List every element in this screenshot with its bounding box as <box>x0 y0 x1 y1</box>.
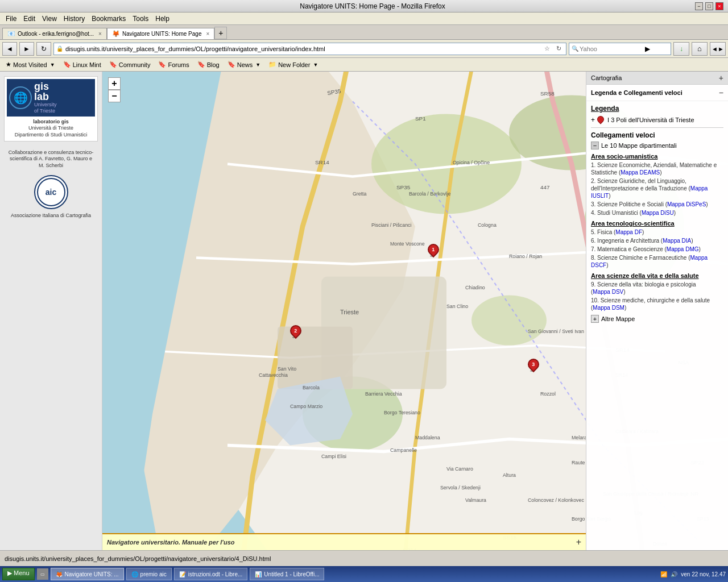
gislab-logo: 🌐 gis lab Universityof Trieste <box>7 79 95 117</box>
panel-body: Legenda + I 3 Poli dell'Università di Tr… <box>586 101 728 330</box>
area-vita-title[interactable]: Area scienze della vita e della salute <box>591 272 723 279</box>
link-iuslit[interactable]: Mappa IUSLIT <box>591 185 708 199</box>
item-dsm: 10. Scienze mediche, chirurgiche e della… <box>591 297 723 311</box>
show-desktop-button[interactable]: ▭ <box>37 568 48 580</box>
taskbar-item-istruzioni[interactable]: 📝 istruzioni.odt - Libre... <box>174 568 248 580</box>
bookmark-community[interactable]: 🔖 Community <box>106 60 154 69</box>
menu-tools[interactable]: Tools <box>129 14 152 24</box>
menu-history[interactable]: History <box>60 14 88 24</box>
taskbar-item-untitled[interactable]: 📊 Untitled 1 - LibreOffi... <box>250 568 324 580</box>
link-deams[interactable]: Mappa DEAMS <box>621 169 660 176</box>
refresh-addr[interactable]: ↻ <box>553 44 564 54</box>
tab-navigatore[interactable]: 🦊 Navigatore UNITS: Home Page × <box>107 28 214 39</box>
area-socio-title[interactable]: Area socio-umanistica <box>591 153 723 160</box>
maximize-button[interactable]: □ <box>705 2 713 10</box>
taskbar-icon-untitled: 📊 <box>255 571 262 577</box>
collapse-button[interactable]: − <box>719 88 723 97</box>
window-title: Navigatore UNITS: Home Page - Mozilla Fi… <box>50 2 695 10</box>
tray-volume-icon: 🔊 <box>671 571 677 577</box>
menu-bar: File Edit View History Bookmarks Tools H… <box>0 13 728 25</box>
menu-bookmarks[interactable]: Bookmarks <box>88 14 129 24</box>
item-dia: 6. Ingegneria e Architettura (Mappa DIA) <box>591 237 723 244</box>
tab-icon-navigatore: 🦊 <box>112 30 120 38</box>
bookmark-blog[interactable]: 🔖 Blog <box>194 60 223 69</box>
area-tecnologico-title[interactable]: Area tecnologico-scientifica <box>591 220 723 227</box>
svg-text:Barcola / Barkovlje: Barcola / Barkovlje <box>409 191 450 197</box>
link-dmg[interactable]: Mappa DMG <box>667 246 699 252</box>
bookmark-label-forums: Forums <box>168 61 189 68</box>
bottom-plus-button[interactable]: + <box>576 537 581 547</box>
altre-mappe-row[interactable]: + Altre Mappe <box>591 315 723 323</box>
tab-bar: 📧 Outlook - erika.ferrigno@hot... × 🦊 Na… <box>0 25 728 40</box>
altre-mappe-label: Altre Mappe <box>601 315 635 322</box>
menu-help[interactable]: Help <box>152 14 173 24</box>
legend-plus-icon: + <box>591 116 595 124</box>
minimize-button[interactable]: − <box>695 2 703 10</box>
link-dia[interactable]: Mappa DIA <box>663 238 691 244</box>
nav-bar: ◄ ► ↻ 🔒 disugis.units.it/university_plac… <box>0 40 728 58</box>
tab-close-navigatore[interactable]: × <box>206 31 209 37</box>
forward-button[interactable]: ► <box>19 42 34 56</box>
bookmark-star[interactable]: ☆ <box>542 44 552 54</box>
tab-outlook[interactable]: 📧 Outlook - erika.ferrigno@hot... × <box>2 28 107 39</box>
link-disu[interactable]: Mappa DiSU <box>642 210 674 216</box>
address-bar[interactable]: 🔒 disugis.units.it/university_places_for… <box>53 43 566 55</box>
svg-text:Rozzol: Rozzol <box>540 390 556 396</box>
tab-icon-outlook: 📧 <box>7 30 15 38</box>
back-button[interactable]: ◄ <box>2 42 17 56</box>
map-pin-2[interactable]: 2 <box>290 325 301 338</box>
taskbar-item-navigatore[interactable]: 🦊 Navigatore UNITS: ... <box>51 568 124 580</box>
mappe-minus-btn[interactable]: − <box>591 142 599 149</box>
svg-text:Servola / Skedenji: Servola / Skedenji <box>440 484 481 490</box>
svg-text:Cologna: Cologna <box>478 222 497 228</box>
bookmark-icon-community: 🔖 <box>109 61 117 68</box>
search-submit[interactable]: ▶ <box>642 44 652 54</box>
link-dispes[interactable]: Mappa DiSPeS <box>667 201 706 207</box>
link-dsm[interactable]: Mappa DSM <box>593 305 624 311</box>
tab-close-outlook[interactable]: × <box>98 31 102 37</box>
panel-add-button[interactable]: + <box>719 73 723 82</box>
svg-text:Campanelle: Campanelle <box>390 447 417 452</box>
tab-label-outlook: Outlook - erika.ferrigno@hot... <box>18 31 94 37</box>
bookmark-forums[interactable]: 🔖 Forums <box>155 60 192 69</box>
new-tab-button[interactable]: + <box>214 27 227 39</box>
bookmark-news[interactable]: 🔖 News ▼ <box>224 60 264 69</box>
zoom-out-button[interactable]: − <box>108 90 121 102</box>
bookmark-new-folder[interactable]: 📁 New Folder ▼ <box>265 60 321 69</box>
tab-label-navigatore: Navigatore UNITS: Home Page <box>122 31 202 37</box>
sidebar-collab-text: Collaborazione e consulenza tecnico-scie… <box>5 149 97 169</box>
taskbar-item-premio[interactable]: 🌐 premio aic <box>126 568 172 580</box>
taskbar: ▶ Menu ▭ 🦊 Navigatore UNITS: ... 🌐 premi… <box>0 566 728 582</box>
item-deams: 1. Scienze Economiche, Aziendali, Matema… <box>591 161 723 176</box>
reload-button[interactable]: ↻ <box>36 42 51 56</box>
start-button[interactable]: ▶ Menu <box>2 568 35 580</box>
globe-icon: 🌐 <box>9 86 32 109</box>
bottom-info-text: Navigatore universitario. Manuale per l'… <box>107 539 235 546</box>
address-actions: ☆ ↻ <box>542 44 564 54</box>
legenda-title[interactable]: Legenda <box>591 105 723 113</box>
title-bar: Navigatore UNITS: Home Page - Mozilla Fi… <box>0 0 728 13</box>
map-container[interactable]: Trieste Monte Voscone San Clino Chiadino… <box>102 72 728 550</box>
sidebar-toggle[interactable]: ◄► <box>710 42 726 56</box>
logo-lab-text: lab <box>34 92 57 102</box>
zoom-in-button[interactable]: + <box>108 77 121 90</box>
svg-text:Raute: Raute <box>572 459 585 465</box>
close-button[interactable]: × <box>715 2 723 10</box>
menu-file[interactable]: File <box>2 14 20 24</box>
bookmark-icon-news: 🔖 <box>228 61 235 68</box>
link-dsv[interactable]: Mappa DSV <box>593 289 623 295</box>
bookmark-linux-mint[interactable]: 🔖 Linux Mint <box>60 60 105 69</box>
zoom-controls: + − <box>108 77 121 102</box>
sidebar-university-name: Università di Trieste <box>28 125 73 131</box>
link-df[interactable]: Mappa DF <box>615 229 642 235</box>
home-button[interactable]: ⌂ <box>692 42 708 56</box>
map-pin-3[interactable]: 3 <box>528 359 539 372</box>
menu-view[interactable]: View <box>39 14 60 24</box>
link-dscf[interactable]: Mappa DSCF <box>591 255 708 268</box>
map-pin-1[interactable]: 1 <box>428 244 439 257</box>
download-button[interactable]: ↓ <box>673 42 689 56</box>
svg-text:Maddalena: Maddalena <box>415 434 440 440</box>
bookmark-most-visited[interactable]: ★ Most Visited ▼ <box>2 60 59 69</box>
menu-edit[interactable]: Edit <box>20 14 39 24</box>
search-input[interactable] <box>580 45 642 52</box>
